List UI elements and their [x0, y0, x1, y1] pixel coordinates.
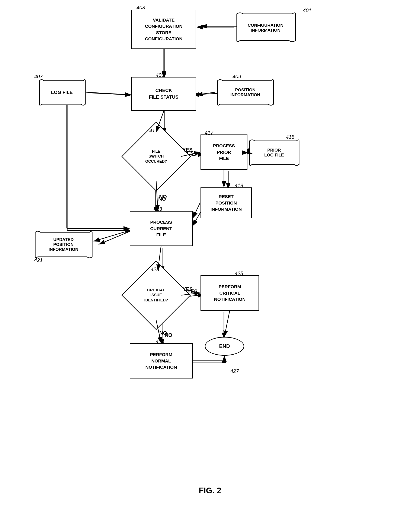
node-427-label: END: [219, 343, 230, 349]
svg-line-3: [90, 93, 132, 95]
ref-429: 429: [156, 338, 164, 344]
svg-line-16: [99, 231, 132, 244]
node-403-label: VALIDATECONFIGURATIONSTORECONFIGURATION: [145, 17, 183, 42]
figure-caption: FIG. 2: [199, 486, 221, 495]
node-401-label: CONFIGURATION INFORMATION: [237, 23, 294, 33]
node-415: PRIORLOG FILE: [248, 139, 301, 167]
node-419: RESETPOSITIONINFORMATION: [200, 187, 252, 218]
node-413: PROCESSCURRENTFILE: [130, 211, 193, 246]
svg-line-35: [193, 203, 200, 218]
svg-text:NO: NO: [159, 194, 167, 200]
node-417: PROCESSPRIORFILE: [200, 134, 248, 170]
node-427: END: [205, 337, 244, 356]
node-423-label: CRITICALISSUEIDENTIFIED?: [145, 288, 168, 302]
svg-line-29: [197, 92, 215, 95]
node-415-label: PRIORLOG FILE: [264, 148, 284, 158]
node-409-label: POSITIONINFORMATION: [230, 88, 260, 97]
ref-407: 407: [34, 74, 43, 80]
node-411-label: FILESWITCHOCCURED?: [145, 149, 167, 163]
node-425: PERFORMCRITICALNOTIFICATION: [200, 275, 259, 311]
svg-line-46: [224, 311, 230, 337]
node-419-label: RESETPOSITIONINFORMATION: [211, 193, 242, 212]
node-425-label: PERFORMCRITICALNOTIFICATION: [214, 283, 246, 302]
node-429: PERFORMNORMALNOTIFICATION: [130, 343, 193, 379]
ref-427: 427: [230, 368, 239, 374]
flowchart-diagram: YES NO YES NO: [0, 0, 420, 507]
node-421-label: UPDATEDPOSITIONINFORMATION: [49, 237, 78, 252]
no-label-423: NO: [165, 332, 172, 338]
svg-text:NO: NO: [159, 330, 167, 336]
ref-401: 401: [303, 7, 311, 14]
node-407: LOG FILE: [37, 78, 86, 106]
node-405: CHECKFILE STATUS: [131, 77, 196, 111]
node-413-label: PROCESSCURRENTFILE: [150, 219, 172, 238]
ref-415: 415: [286, 134, 294, 140]
ref-413: 413: [154, 206, 162, 212]
node-407-label: LOG FILE: [51, 90, 73, 95]
no-label-411: NO: [158, 196, 166, 202]
node-417-label: PROCESSPRIORFILE: [213, 143, 235, 161]
ref-425: 425: [235, 270, 243, 276]
node-403: VALIDATECONFIGURATIONSTORECONFIGURATION: [131, 10, 196, 49]
ref-409: 409: [233, 74, 241, 80]
svg-line-28: [86, 92, 131, 95]
ref-403: 403: [137, 5, 145, 11]
node-429-label: PERFORMNORMALNOTIFICATION: [145, 351, 177, 370]
ref-421: 421: [34, 257, 43, 263]
ref-423: 423: [151, 266, 159, 272]
node-409: POSITIONINFORMATION: [215, 78, 275, 106]
node-421: UPDATEDPOSITIONINFORMATION: [33, 230, 94, 259]
ref-419: 419: [235, 183, 243, 189]
ref-405: 405: [156, 72, 164, 78]
node-401: CONFIGURATION INFORMATION: [235, 12, 296, 43]
node-405-label: CHECKFILE STATUS: [149, 87, 179, 100]
ref-411: 411: [149, 128, 158, 134]
svg-line-40: [94, 231, 129, 241]
ref-417: 417: [205, 130, 213, 136]
